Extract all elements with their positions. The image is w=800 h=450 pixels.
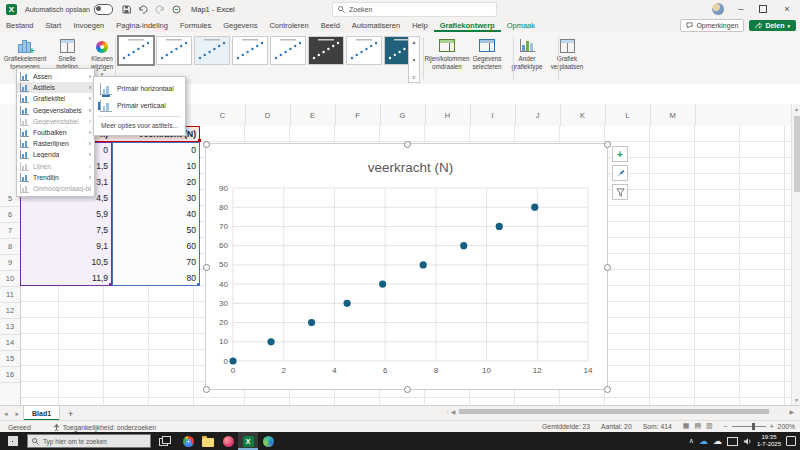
column-header-E[interactable]: E [290, 104, 336, 126]
chart-styles-button[interactable] [612, 165, 628, 181]
table-cell-b5[interactable]: 30 [112, 190, 200, 206]
menu-item-gegevenslabels[interactable]: Gegevenslabels› [17, 105, 94, 116]
tab-invoegen[interactable]: Invoegen [67, 18, 110, 32]
chart-selection-handle[interactable] [203, 264, 210, 271]
notification-center-icon[interactable] [786, 436, 796, 446]
customize-qat-icon[interactable] [172, 5, 181, 14]
menu-item-trendlijn[interactable]: Trendlijn› [17, 172, 94, 183]
taskbar-search[interactable]: Typ hier om te zoeken [27, 434, 151, 448]
excel-app-icon[interactable]: X [6, 4, 17, 15]
horizontal-scroll-thumb[interactable] [459, 409, 769, 414]
chart-style-thumb-1[interactable] [118, 36, 154, 65]
submenu-item-primair-verticaal[interactable]: Primair verticaal [94, 97, 185, 114]
table-cell-a7[interactable]: 7,5 [20, 222, 112, 238]
zoom-slider[interactable] [732, 426, 766, 427]
vertical-scrollbar[interactable]: ▲ ▼ [791, 104, 800, 405]
row-header-10[interactable]: 10 [0, 270, 20, 287]
table-cell-a6[interactable]: 5,9 [20, 206, 112, 222]
redo-icon[interactable] [155, 5, 165, 14]
scroll-left-icon[interactable]: ◀ [451, 408, 456, 415]
column-header-K[interactable]: K [560, 104, 606, 126]
zoom-in-button[interactable]: + [770, 423, 774, 430]
menu-item-grafiektitel[interactable]: Grafiektitel› [17, 93, 94, 104]
share-button[interactable]: Delen ▾ [749, 20, 796, 31]
row-header-15[interactable]: 15 [0, 350, 20, 367]
table-cell-b8[interactable]: 60 [112, 238, 200, 254]
chart-style-thumb-2[interactable] [156, 36, 192, 65]
menu-item-foutbalken[interactable]: Foutbalken› [17, 127, 94, 138]
taskbar-edge-icon[interactable] [258, 432, 278, 450]
new-sheet-button[interactable]: + [68, 409, 73, 419]
gallery-scroll-button[interactable]: ▲▼≡ [408, 36, 420, 83]
chart-filters-button[interactable] [612, 184, 628, 200]
chart-selection-handle[interactable] [203, 141, 210, 148]
data-point[interactable] [420, 261, 427, 268]
chart-elements-button[interactable]: + [612, 146, 628, 162]
taskbar-browser-icon[interactable] [178, 432, 198, 450]
comments-button[interactable]: Opmerkingen [680, 19, 744, 32]
table-cell-b6[interactable]: 40 [112, 206, 200, 222]
splitter-handle[interactable]: ⁞ [447, 409, 449, 415]
data-point[interactable] [308, 319, 315, 326]
table-cell-b7[interactable]: 50 [112, 222, 200, 238]
table-cell-b9[interactable]: 70 [112, 254, 200, 270]
zoom-level[interactable]: 200% [778, 423, 795, 430]
tab-bestand[interactable]: Bestand [0, 18, 40, 32]
tab-opmaak[interactable]: Opmaak [501, 18, 541, 32]
search-input[interactable]: Zoeken [332, 2, 497, 17]
scroll-up-icon[interactable]: ▲ [792, 105, 800, 113]
data-point[interactable] [379, 281, 386, 288]
chart-style-thumb-3[interactable] [194, 36, 230, 65]
chart-style-thumb-6[interactable] [308, 36, 344, 65]
accessibility-check[interactable]: Toegankelijkheid: onderzoeken [53, 424, 156, 431]
tab-start[interactable]: Start [40, 18, 68, 32]
menu-item-legenda[interactable]: Legenda› [17, 149, 94, 160]
chart-style-thumb-7[interactable] [346, 36, 382, 65]
tab-help[interactable]: Help [406, 18, 433, 32]
chart-selection-handle[interactable] [604, 386, 611, 393]
taskbar-explorer-icon[interactable] [198, 432, 218, 450]
row-header-9[interactable]: 9 [0, 254, 20, 271]
grafiek-verplaatsen-button[interactable]: Grafiek verplaatsen [547, 35, 587, 81]
row-header-8[interactable]: 8 [0, 238, 20, 255]
zoom-out-button[interactable]: − [724, 423, 728, 430]
submenu-item-primair-horizontaal[interactable]: Primair horizontaal [94, 80, 185, 97]
task-view-icon[interactable] [159, 436, 170, 446]
undo-icon[interactable] [138, 5, 148, 14]
chart-selection-handle[interactable] [404, 141, 411, 148]
tab-formules[interactable]: Formules [174, 18, 217, 32]
clock[interactable]: 19:351-7-2025 [757, 434, 781, 448]
tab-gegevens[interactable]: Gegevens [217, 18, 263, 32]
sheet-nav-right-icon[interactable]: ▸ [12, 410, 24, 418]
maximize-button[interactable] [752, 0, 774, 18]
taskbar-media-app-icon[interactable] [218, 432, 238, 450]
horizontal-scrollbar[interactable]: ⁞ ◀ ▶ [447, 408, 794, 415]
onedrive-icon[interactable]: ☁ [699, 437, 708, 446]
menu-item-rasterlijnen[interactable]: Rasterlijnen› [17, 138, 94, 149]
sheet-nav-left-icon[interactable]: ◂ [0, 410, 12, 418]
gegevens-selecteren-button[interactable]: Gegevens selecteren [467, 35, 507, 81]
table-cell-b2[interactable]: 0 [112, 142, 200, 158]
menu-item-assen[interactable]: Assen› [17, 71, 94, 82]
chart-selection-handle[interactable] [203, 386, 210, 393]
data-point[interactable] [460, 242, 467, 249]
menu-item-astitels[interactable]: Astitels› [17, 82, 94, 93]
network-icon[interactable] [727, 437, 738, 446]
user-avatar[interactable] [712, 3, 724, 15]
row-header-12[interactable]: 12 [0, 302, 20, 319]
tab-automatiseren[interactable]: Automatiseren [346, 18, 406, 32]
row-header-16[interactable]: 16 [0, 366, 20, 383]
column-header-D[interactable]: D [245, 104, 291, 126]
save-icon[interactable] [122, 5, 131, 14]
more-axis-title-options[interactable]: Meer opties voor astitels... [94, 119, 185, 132]
row-header-7[interactable]: 7 [0, 222, 20, 239]
minimize-button[interactable]: – [730, 0, 752, 18]
column-header-M[interactable]: M [650, 104, 696, 126]
column-header-J[interactable]: J [515, 104, 561, 126]
row-header-14[interactable]: 14 [0, 334, 20, 351]
data-point[interactable] [496, 223, 503, 230]
normal-view-icon[interactable]: ▦ [683, 422, 690, 430]
column-header-C[interactable]: C [200, 104, 246, 126]
chart-style-thumb-4[interactable] [232, 36, 268, 65]
vertical-scroll-thumb[interactable] [794, 116, 800, 192]
